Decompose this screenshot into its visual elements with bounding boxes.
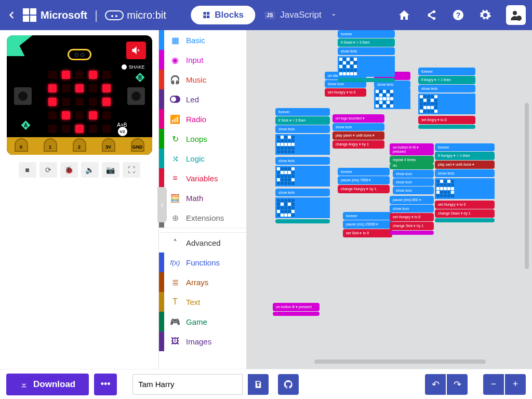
- led-cell: [102, 98, 111, 106]
- pin-0[interactable]: 0: [15, 138, 28, 152]
- led-display: [48, 71, 111, 133]
- led-cell: [89, 71, 97, 79]
- project-name-input[interactable]: [132, 374, 243, 395]
- category-loops[interactable]: ↻Loops: [159, 129, 246, 149]
- block-forever-hungry[interactable]: forever pause (ms) 7000 ▾ change Hungry …: [338, 168, 390, 193]
- download-icon: [20, 380, 28, 389]
- home-button[interactable]: [398, 9, 410, 21]
- category-variables[interactable]: ≡Variables: [159, 168, 246, 188]
- block-on-logo-touched[interactable]: on logo touched ▾ show icon play yawn ▾ …: [332, 114, 384, 149]
- tab-javascript[interactable]: JS JavaScript: [255, 6, 341, 24]
- mute-button[interactable]: [126, 42, 146, 59]
- block-forever-sick-pause[interactable]: forever pause (ms) 23000 ▾ set Sick ▾ to…: [343, 212, 392, 237]
- download-button[interactable]: Download: [6, 374, 89, 395]
- microbit-icon: [105, 10, 124, 20]
- header-actions: ?: [398, 5, 526, 25]
- category-logic[interactable]: ⤭Logic: [159, 149, 246, 168]
- sim-restart-button[interactable]: ⟳: [39, 162, 57, 178]
- sim-fullscreen-button[interactable]: ⛶: [123, 162, 140, 178]
- category-arrays[interactable]: ≣Arrays: [159, 272, 246, 292]
- category-music[interactable]: 🎧Music: [159, 70, 246, 89]
- svg-point-2: [513, 11, 517, 15]
- workspace-scrollbar-horizontal[interactable]: [314, 360, 486, 364]
- app-header: Microsoft | micro:bit Blocks JS JavaScri…: [0, 0, 532, 30]
- block-on-button-ab[interactable]: on button A+B ▾ pressed repeat 4 times d…: [390, 143, 434, 235]
- led-cell: [48, 111, 57, 119]
- category-led[interactable]: Led: [159, 89, 246, 109]
- undo-button[interactable]: ↶: [425, 374, 446, 395]
- save-button[interactable]: [248, 374, 269, 395]
- chevron-down-icon[interactable]: [331, 12, 337, 18]
- redo-button[interactable]: ↷: [447, 374, 468, 395]
- category-game[interactable]: 🎮Game: [159, 312, 246, 331]
- mute-icon: [131, 46, 141, 55]
- microsoft-logo[interactable]: Microsoft: [23, 8, 87, 22]
- block-forever-hungry2[interactable]: forever if Hungry ▾ = 1 then play sad ▾ …: [435, 143, 495, 222]
- pin-1[interactable]: 1: [44, 138, 57, 152]
- microbit-logo[interactable]: micro:bit: [105, 9, 166, 21]
- led-cell: [89, 98, 97, 106]
- toggle-icon: [168, 96, 182, 103]
- brand-divider: |: [95, 8, 98, 22]
- sim-button-a[interactable]: [14, 87, 32, 105]
- sim-edge-connector: 0 1 2 3V GND: [7, 137, 152, 155]
- led-cell: [75, 98, 84, 106]
- led-cell: [102, 125, 111, 133]
- category-radio[interactable]: 📶Radio: [159, 109, 246, 129]
- pin-3v[interactable]: 3V: [102, 138, 115, 152]
- zoom-in-button[interactable]: +: [505, 374, 526, 395]
- simulator-controls: ■ ⟳ 🐞 🔈 📷 ⛶: [19, 162, 140, 178]
- blocks-workspace[interactable]: on start show icon set Hungry ▾ to 0 on …: [247, 30, 532, 369]
- category-divider: [159, 228, 246, 233]
- gamepad-icon: 🎮: [168, 317, 182, 327]
- github-button[interactable]: [278, 374, 299, 395]
- svg-point-5: [171, 97, 176, 102]
- category-math[interactable]: 🧮Math: [159, 188, 246, 208]
- led-cell: [62, 84, 70, 92]
- category-advanced[interactable]: ˄Advanced: [159, 233, 246, 252]
- microbit-simulator[interactable]: SHAKE B A A+B V2 0 1 2 3V GND: [7, 35, 152, 155]
- blocks-icon: [202, 11, 210, 19]
- signal-icon: 📶: [168, 114, 182, 124]
- category-basic[interactable]: ▦Basic: [159, 30, 246, 50]
- category-input[interactable]: ◉Input: [159, 50, 246, 70]
- workspace-scrollbar-vertical[interactable]: [525, 103, 529, 269]
- back-button[interactable]: [6, 10, 17, 20]
- pin-2[interactable]: 2: [73, 138, 86, 152]
- main-content: SHAKE B A A+B V2 0 1 2 3V GND ■ ⟳ 🐞 🔈: [0, 30, 532, 369]
- block-forever-dead[interactable]: forever if Dead ▾ = 3 then show leds: [338, 30, 395, 82]
- sim-debug-button[interactable]: 🐞: [60, 162, 78, 178]
- simulator-panel: SHAKE B A A+B V2 0 1 2 3V GND ■ ⟳ 🐞 🔈: [0, 30, 158, 369]
- tab-blocks[interactable]: Blocks: [191, 6, 255, 24]
- category-images[interactable]: 🖼Images: [159, 331, 246, 351]
- array-icon: ≣: [168, 277, 182, 287]
- led-cell: [75, 125, 84, 133]
- sim-logo[interactable]: [68, 49, 91, 60]
- led-cell: [62, 98, 70, 106]
- sim-stop-button[interactable]: ■: [19, 162, 36, 178]
- chevron-up-icon: ˄: [168, 238, 182, 248]
- download-more-button[interactable]: •••: [94, 374, 117, 395]
- sim-audio-button[interactable]: 🔈: [81, 162, 99, 178]
- led-cell: [48, 125, 57, 133]
- block-forever-sick[interactable]: forever if Sick ▾ = 3 then show leds sho…: [275, 108, 330, 223]
- account-button[interactable]: [506, 5, 526, 25]
- circle-dot-icon: ◉: [168, 55, 182, 65]
- settings-button[interactable]: [479, 9, 491, 21]
- block-on-button-b[interactable]: on button B ▾ pressed: [273, 303, 320, 316]
- help-button[interactable]: ?: [452, 9, 464, 21]
- sim-button-b[interactable]: [127, 87, 145, 105]
- plus-circle-icon: ⊕: [168, 213, 182, 223]
- led-cell: [48, 98, 57, 106]
- sim-snapshot-button[interactable]: 📷: [102, 162, 119, 178]
- zoom-out-button[interactable]: −: [483, 374, 504, 395]
- sidebar-collapse-handle[interactable]: ‹: [157, 187, 167, 222]
- pin-gnd[interactable]: GND: [131, 138, 144, 152]
- category-functions[interactable]: f(x)Functions: [159, 252, 246, 272]
- image-icon: 🖼: [168, 337, 182, 346]
- category-text[interactable]: TText: [159, 292, 246, 312]
- shake-indicator[interactable]: SHAKE: [122, 64, 145, 70]
- block-forever-angry[interactable]: forever if Angry ▾ = 1 then show leds se…: [418, 68, 475, 129]
- category-extensions[interactable]: ⊕Extensions: [159, 208, 246, 228]
- share-button[interactable]: [425, 9, 437, 21]
